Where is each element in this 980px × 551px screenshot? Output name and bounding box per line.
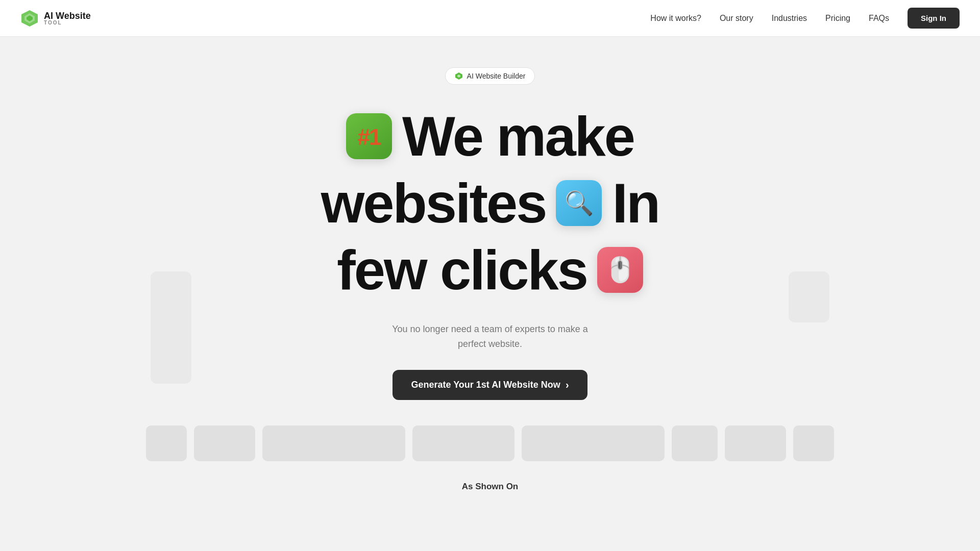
badge-label: AI Website Builder (467, 72, 526, 80)
cta-button[interactable]: Generate Your 1st AI Website Now › (393, 370, 587, 400)
deco-right-top (789, 271, 829, 322)
thumb-4 (412, 425, 514, 461)
nav-faqs[interactable]: FAQs (869, 14, 889, 23)
as-shown-on: As Shown On (0, 482, 980, 492)
headline-text2: websites (321, 172, 546, 234)
nav-industries[interactable]: Industries (772, 14, 807, 23)
nav-our-story[interactable]: Our story (720, 14, 753, 23)
hero-section: AI Website Builder #1 We make websites 🔍… (0, 37, 980, 551)
thumb-1 (146, 425, 187, 461)
badge-icon (455, 72, 463, 80)
thumb-3 (262, 425, 405, 461)
headline-text1: We make (402, 105, 634, 167)
logo[interactable]: AI Website TOOL (20, 9, 91, 28)
thumb-5 (522, 425, 665, 461)
nav-pricing[interactable]: Pricing (825, 14, 850, 23)
headline-line1: #1 We make (346, 105, 634, 167)
nav-how-it-works[interactable]: How it works? (650, 14, 701, 23)
hero-badge: AI Website Builder (445, 67, 535, 85)
navbar: AI Website TOOL How it works? Our story … (0, 0, 980, 37)
number-one-icon: #1 (346, 113, 392, 159)
cursor-icon: 🖱️ (597, 247, 643, 293)
logo-brand: AI Website (44, 11, 91, 20)
search-icon: 🔍 (556, 180, 602, 226)
thumb-7 (725, 425, 786, 461)
thumb-8 (793, 425, 834, 461)
cta-chevron-icon: › (566, 379, 569, 391)
subtext-line2: perfect website. (458, 339, 522, 349)
signin-button[interactable]: Sign In (908, 8, 960, 29)
headline-line3: few clicks 🖱️ (337, 239, 643, 300)
hero-subtext: You no longer need a team of experts to … (392, 322, 588, 352)
nav-links: How it works? Our story Industries Prici… (650, 8, 960, 29)
deco-left (151, 271, 191, 384)
headline-line2: websites 🔍 In (321, 172, 659, 234)
cta-label: Generate Your 1st AI Website Now (411, 380, 560, 390)
thumb-2 (194, 425, 255, 461)
subtext-line1: You no longer need a team of experts to … (392, 324, 588, 334)
hero-wrapper: AI Website Builder #1 We make websites 🔍… (0, 67, 980, 492)
thumb-6 (672, 425, 718, 461)
logo-icon (20, 9, 39, 28)
headline-text3: few clicks (337, 239, 587, 300)
thumbnails-row (0, 425, 980, 461)
headline-text2b: In (612, 172, 659, 234)
logo-text: AI Website TOOL (44, 11, 91, 26)
logo-sub: TOOL (44, 20, 91, 26)
